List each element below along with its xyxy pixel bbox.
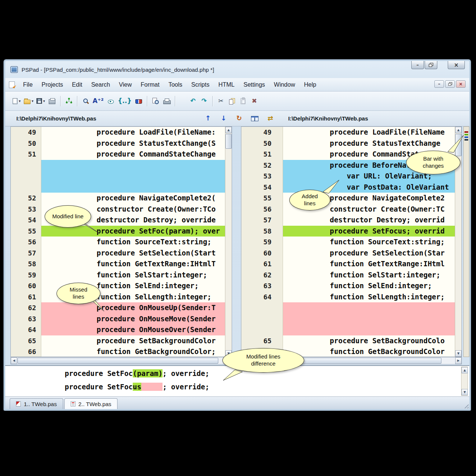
code-text[interactable] <box>41 171 225 182</box>
minimize-button[interactable]: – <box>411 61 424 69</box>
scroll-up-icon[interactable]: ▲ <box>455 127 461 133</box>
tab-1-tweb-pas[interactable]: 1.. TWeb.pas <box>10 398 63 409</box>
close-button[interactable]: × <box>448 61 465 69</box>
recompare-icon-button[interactable]: ↻ <box>234 113 244 123</box>
code-text[interactable]: function SourceText:string; <box>283 237 455 248</box>
menu-help[interactable]: Help <box>299 80 321 90</box>
menu-html[interactable]: HTML <box>214 80 239 90</box>
new-file-icon-button[interactable]: ▾ <box>11 95 22 107</box>
menu-tools[interactable]: Tools <box>164 80 187 90</box>
print-preview-icon-button[interactable] <box>150 95 161 107</box>
swap-compare-icon-button[interactable]: ⇄ <box>265 113 276 123</box>
paste-icon <box>241 98 245 104</box>
menu-file[interactable]: File <box>19 80 37 90</box>
code-settings-icon-button[interactable]: {..} <box>116 95 133 107</box>
search-icon-button[interactable] <box>80 95 91 107</box>
code-text[interactable]: procedure CommandStateChange <box>41 149 225 160</box>
scrollbar-thumb[interactable] <box>17 358 218 364</box>
code-text[interactable]: procedure SetBackgroundColo <box>283 335 455 347</box>
scroll-down-icon[interactable]: ▼ <box>455 350 461 357</box>
scroll-up-icon[interactable]: ▲ <box>461 367 468 373</box>
previous-difference-icon-button[interactable]: ↑ <box>203 113 213 123</box>
right-file-path: I:\Delphi7\Knihovny\TWeb.pas <box>288 115 368 122</box>
side-by-side-icon-button[interactable] <box>250 113 260 123</box>
delete-icon-button[interactable]: ✖ <box>249 95 260 107</box>
code-text[interactable]: procedure LoadFile(FileName <box>283 127 455 138</box>
code-text[interactable]: function SourceText:string; <box>41 237 225 248</box>
tab-2-tweb-pas[interactable]: 2.. TWeb.pas <box>64 398 118 409</box>
code-text[interactable] <box>283 324 455 335</box>
code-text[interactable]: procedure OnMouseUp(Sender:T <box>41 302 225 313</box>
code-text[interactable] <box>283 302 455 313</box>
preview-scrollbar[interactable]: ▲ ▼ <box>461 367 468 396</box>
print-icon-button[interactable] <box>161 95 172 107</box>
mdi-minimize-button[interactable]: – <box>434 80 444 88</box>
menu-projects[interactable]: Projects <box>37 80 68 90</box>
menu-search[interactable]: Search <box>87 80 115 90</box>
code-text[interactable]: procedure SetFocus; overrid <box>283 226 455 237</box>
mdi-close-button[interactable]: × <box>456 80 466 88</box>
undo-icon-button[interactable]: ↶ <box>187 95 199 107</box>
code-text[interactable]: procedure SetBackgroundColor <box>41 335 225 347</box>
save-icon-button[interactable]: ▾ <box>35 95 46 107</box>
titlebar[interactable]: PSPad - [PSPad_com:/public_html/www/incl… <box>5 61 469 78</box>
scroll-right-icon[interactable]: ▶ <box>455 357 461 364</box>
code-text[interactable]: function GetBackgroundColor <box>283 346 455 357</box>
left-vertical-scrollbar[interactable]: ▲ ▼ <box>225 127 232 357</box>
scroll-down-icon[interactable]: ▼ <box>461 389 468 395</box>
menu-edit[interactable]: Edit <box>68 80 87 90</box>
menu-format[interactable]: Format <box>136 80 164 90</box>
diff-segment: ; override; <box>163 383 209 391</box>
code-text[interactable] <box>41 182 225 193</box>
code-text[interactable]: procedure LoadFile(FileName: <box>41 127 225 138</box>
new-file-dropdown-icon[interactable]: ▾ <box>19 99 20 103</box>
code-text[interactable]: function GetTextRange:IHtml <box>283 258 455 270</box>
menu-settings[interactable]: Settings <box>239 80 270 90</box>
scroll-up-icon[interactable]: ▲ <box>225 127 232 133</box>
project-manager-icon-button[interactable] <box>63 95 74 107</box>
next-difference-icon-button[interactable]: ↓ <box>218 113 229 123</box>
save-dropdown-icon[interactable]: ▾ <box>43 99 45 103</box>
open-file-dropdown-icon[interactable]: ▾ <box>32 99 33 103</box>
cut-icon-button[interactable]: ✂ <box>215 95 226 107</box>
code-text[interactable]: procedure StatusTextChange(S <box>41 138 225 149</box>
diff-header: I:\Delphi7\Knihovny\TWeb.pas ↑↓↻⇄ I:\Del… <box>5 111 469 126</box>
code-explorer-icon-button[interactable] <box>133 95 144 107</box>
search-in-files-icon-button[interactable] <box>105 95 116 107</box>
code-text[interactable] <box>41 160 225 171</box>
left-horizontal-scrollbar[interactable]: ◀ ▶ <box>10 357 232 364</box>
copy-file-icon-button[interactable] <box>46 95 58 107</box>
code-text[interactable]: procedure OnMouseMove(Sender <box>41 313 225 325</box>
code-text[interactable]: function SelStart:integer; <box>283 270 455 281</box>
code-text[interactable]: procedure SetSelection(Start <box>41 248 225 259</box>
code-line: 53 constructor Create(Owner:TCo <box>11 204 225 215</box>
copy-icon-button[interactable] <box>226 95 238 107</box>
code-text[interactable]: function SelEnd:integer; <box>283 280 455 292</box>
restore-button[interactable] <box>425 61 437 69</box>
document-edit-icon <box>9 81 15 88</box>
menu-view[interactable]: View <box>115 80 136 90</box>
scroll-left-icon[interactable]: ◀ <box>11 357 17 364</box>
open-file-icon-button[interactable]: ▾ <box>22 95 35 107</box>
replace-icon-button[interactable]: A⁺² <box>91 95 105 107</box>
mdi-restore-button[interactable] <box>445 80 455 88</box>
menu-window[interactable]: Window <box>270 80 300 90</box>
code-text[interactable]: function GetTextRange:IHtmlT <box>41 258 225 270</box>
code-text[interactable]: function SelLength:integer; <box>283 292 455 303</box>
resize-grip[interactable] <box>463 403 469 408</box>
code-text[interactable]: procedure StatusTextChange <box>283 138 455 149</box>
code-line: 57 destructor Destroy; overrid <box>241 215 455 226</box>
menu-scripts[interactable]: Scripts <box>187 80 214 90</box>
next-difference-icon: ↓ <box>221 115 226 122</box>
code-text[interactable]: procedure SetSelection(Star <box>283 248 455 259</box>
code-text[interactable]: function SelStart:integer; <box>41 270 225 281</box>
scrollbar-thumb[interactable] <box>225 134 232 149</box>
code-text[interactable]: function GetBackgroundColor; <box>41 346 225 357</box>
redo-icon-button[interactable]: ↷ <box>199 95 210 107</box>
line-number: 58 <box>241 226 283 237</box>
code-text[interactable]: destructor Destroy; overrid <box>283 215 455 226</box>
code-text[interactable] <box>283 313 455 325</box>
code-text[interactable]: procedure OnMouseOver(Sender <box>41 324 225 335</box>
line-number: 52 <box>11 193 41 204</box>
code-text[interactable]: procedure NavigateComplete2( <box>41 193 225 204</box>
